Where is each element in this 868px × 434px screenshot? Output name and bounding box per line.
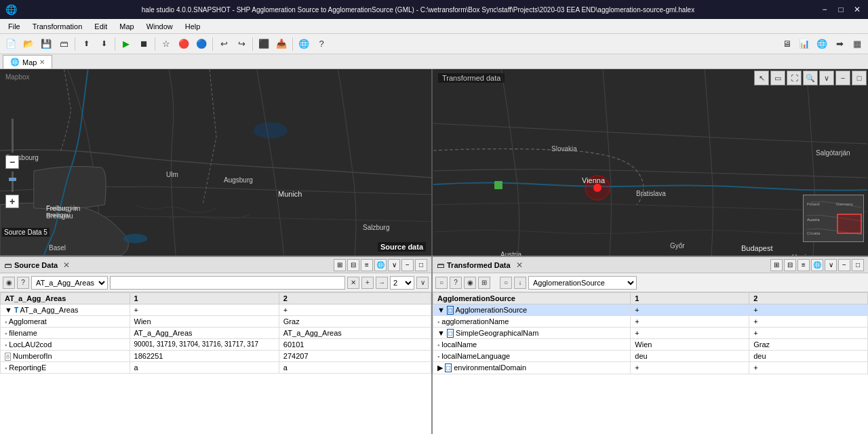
grid-icon-2[interactable]: ⊟ (347, 259, 359, 271)
extra-btn3[interactable]: 🌐 (814, 36, 830, 52)
radio-trans-2[interactable]: ◉ (464, 277, 476, 289)
table-row[interactable]: 8 NumberofIn 1862251 274207 (1, 351, 431, 362)
minimize-button[interactable]: − (819, 5, 830, 14)
maximize-source[interactable]: □ (415, 259, 427, 271)
maximize-button[interactable]: □ (835, 5, 846, 14)
redo-button[interactable]: ↪ (233, 36, 250, 52)
save-button[interactable]: 💾 (38, 36, 54, 52)
select-tool[interactable]: ↖ (754, 71, 769, 85)
extra-btn2[interactable]: 📊 (796, 36, 812, 52)
menu-file[interactable]: File (3, 21, 26, 32)
star-button[interactable]: ☆ (158, 36, 174, 52)
add-btn[interactable]: + (361, 277, 374, 289)
clear-btn[interactable]: ✕ (347, 277, 359, 289)
transformed-dataset-dropdown[interactable]: AgglomerationSource (528, 276, 637, 290)
tab-bar: 🌐 Map ✕ (0, 54, 868, 69)
globe-small-icon[interactable]: 🌐 (374, 259, 387, 271)
globe-button[interactable]: 🌐 (296, 36, 312, 52)
table-row[interactable]: ▪ localNameLanguage deu deu (433, 351, 868, 362)
menu-map[interactable]: Map (114, 21, 139, 32)
table-row[interactable]: ▶ □ environmentalDomain + + (433, 362, 868, 374)
export2-button[interactable]: ⬇ (96, 36, 112, 52)
table-row[interactable]: ▪ Agglomerat Wien Graz (1, 316, 431, 328)
expand-env-icon[interactable]: ▶ (437, 363, 443, 372)
radio-trans-1[interactable]: ○ (435, 277, 448, 289)
stop-button[interactable]: ⏹ (136, 36, 152, 52)
grid-icon-t2[interactable]: ⊟ (784, 259, 796, 271)
chevron-down-ctrl[interactable]: ∨ (416, 277, 429, 289)
radio-trans-3[interactable]: ○ (500, 277, 512, 289)
arrow-trans-icon[interactable]: ↓ (514, 277, 526, 289)
radio-btn-1[interactable]: ◉ (3, 277, 15, 289)
help-icon-source[interactable]: ? (17, 277, 29, 289)
source-dataset-dropdown[interactable]: AT_a_Agg_Areas (31, 276, 108, 290)
expand-trans-icon[interactable]: ▼ (437, 306, 445, 314)
grid-icon-t3[interactable]: ≡ (797, 259, 810, 271)
chevron-down-trans[interactable]: ∨ (825, 259, 837, 271)
extra-btn4[interactable]: ➡ (831, 36, 848, 52)
minimize-trans[interactable]: − (838, 259, 850, 271)
chevron-down-source[interactable]: ∨ (388, 259, 400, 271)
grid-icon-1[interactable]: ⊞ (334, 259, 346, 271)
extra-btn5[interactable]: ▦ (849, 36, 865, 52)
grid-icon-t1[interactable]: ⊞ (770, 259, 783, 271)
rect-button[interactable]: ⬛ (256, 36, 272, 52)
grid-icon-3[interactable]: ≡ (361, 259, 373, 271)
grid-trans-icon[interactable]: ⊞ (478, 277, 490, 289)
zoom-fit-tool[interactable]: ⛶ (787, 71, 802, 85)
zoom-sel-tool[interactable]: 🔍 (803, 71, 818, 85)
help-trans-icon[interactable]: ? (450, 277, 462, 289)
run-button[interactable]: ▶ (118, 36, 134, 52)
new-button[interactable]: 📄 (3, 36, 19, 52)
svg-rect-2 (0, 69, 431, 255)
menu-help[interactable]: Help (180, 21, 206, 32)
globe-transformed-icon[interactable]: 🌐 (811, 259, 823, 271)
import-button[interactable]: 📥 (273, 36, 290, 52)
source-data-close-btn[interactable]: ✕ (63, 260, 70, 270)
source-data-grid[interactable]: AT_a_Agg_Areas 1 2 ▼ T AT_a_Agg_Areas (0, 292, 431, 434)
expand-geo-icon[interactable]: ▼ (437, 329, 445, 337)
transformed-data-grid[interactable]: AgglomerationSource 1 2 ▼ □ Agglomeratio… (433, 292, 868, 434)
transformed-data-close-btn[interactable]: ✕ (516, 260, 523, 270)
target-button[interactable]: 🔵 (193, 36, 210, 52)
table-row[interactable]: ▪ agglomerationName + + (433, 316, 868, 328)
tab-close-button[interactable]: ✕ (39, 58, 45, 66)
svg-text:Germany: Germany (836, 202, 853, 206)
trans-row-col1: Wien (631, 339, 749, 351)
source-button[interactable]: 🔴 (176, 36, 192, 52)
save-as-button[interactable]: 🗃 (56, 36, 72, 52)
row-count-select[interactable]: 2 (390, 276, 414, 290)
table-row[interactable]: ▪ localName Wien Graz (433, 339, 868, 351)
expand-icon[interactable]: ▼ (5, 306, 12, 314)
chevron-down-icon[interactable]: ∨ (819, 71, 834, 85)
trans-row-label: AgglomerationSource (455, 306, 527, 314)
map-tab[interactable]: 🌐 Map ✕ (3, 55, 52, 68)
table-row[interactable]: ▪ filename AT_a_Agg_Areas AT_a_Agg_Areas (1, 328, 431, 339)
minimize-source[interactable]: − (401, 259, 414, 271)
trans-row-name: ▼ □ AgglomerationSource (433, 304, 631, 316)
undo-button[interactable]: ↩ (216, 36, 232, 52)
zoom-out-button[interactable]: + (5, 195, 19, 208)
help-button[interactable]: ? (313, 36, 330, 52)
table-row[interactable]: ▼ □ SimpleGeographicalNam + + (433, 328, 868, 339)
close-button[interactable]: ✕ (852, 5, 863, 14)
source-search-input[interactable] (110, 276, 345, 290)
col-header-1: 1 (130, 293, 279, 304)
table-row[interactable]: ▪ LocLAU2cod 90001, 31719, 31704, 31716,… (1, 339, 431, 351)
export-button[interactable]: ⬆ (78, 36, 94, 52)
table-row[interactable]: ▪ ReportingE a a (1, 362, 431, 374)
dash-icon[interactable]: − (835, 71, 850, 85)
map-close-icon[interactable]: □ (852, 71, 867, 85)
menu-edit[interactable]: Edit (89, 21, 113, 32)
table-row[interactable]: ▼ T AT_a_Agg_Areas + + (1, 304, 431, 316)
tab-label: Map (22, 58, 37, 66)
maximize-trans[interactable]: □ (852, 259, 864, 271)
table-row[interactable]: ▼ □ AgglomerationSource + + (433, 304, 868, 316)
nav-btn[interactable]: → (376, 277, 388, 289)
zoom-in-button[interactable]: − (5, 155, 19, 169)
extra-btn1[interactable]: 🖥 (778, 36, 795, 52)
rect-select-tool[interactable]: ▭ (770, 71, 785, 85)
open-button[interactable]: 📂 (20, 36, 37, 52)
menu-window[interactable]: Window (141, 21, 178, 32)
menu-transformation[interactable]: Transformation (27, 21, 88, 32)
